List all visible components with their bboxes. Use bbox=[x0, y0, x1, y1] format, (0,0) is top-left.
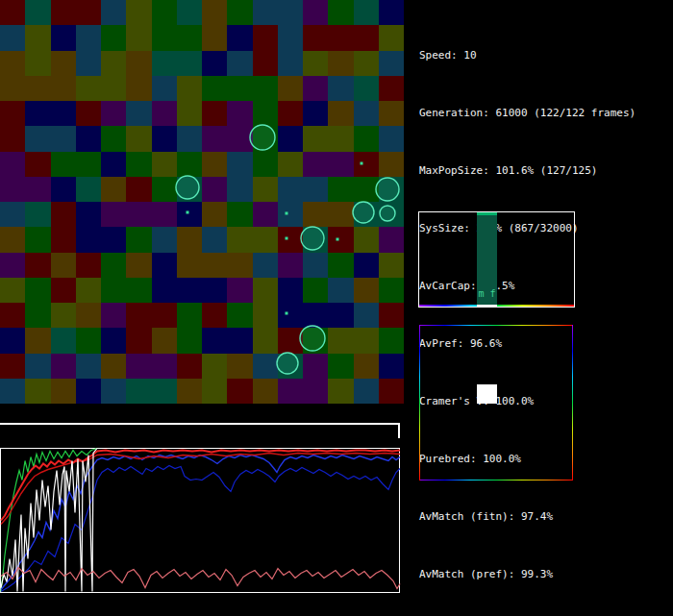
grid-cell bbox=[0, 0, 25, 25]
grid-cell bbox=[354, 51, 379, 76]
pref-space-right-edge bbox=[572, 325, 573, 480]
grid-cell bbox=[76, 152, 101, 177]
grid-cell bbox=[253, 303, 278, 328]
world-grid[interactable] bbox=[0, 0, 404, 404]
pref-space-top-edge bbox=[419, 325, 573, 326]
grid-cell bbox=[0, 152, 25, 177]
grid-cell bbox=[0, 126, 25, 151]
grid-cell bbox=[126, 379, 151, 404]
grid-cell bbox=[328, 126, 353, 151]
grid-cell bbox=[278, 379, 303, 404]
grid-cell bbox=[278, 328, 303, 353]
grid-cell bbox=[25, 51, 50, 76]
grid-cell bbox=[0, 51, 25, 76]
grid-cell bbox=[25, 152, 50, 177]
grid-cell bbox=[152, 51, 177, 76]
grid-cell bbox=[76, 0, 101, 25]
grid-cell bbox=[202, 328, 227, 353]
pref-space-left-edge bbox=[419, 325, 420, 480]
grid-cell bbox=[25, 379, 50, 404]
grid-cell bbox=[227, 202, 252, 227]
grid-cell bbox=[76, 177, 101, 202]
grid-cell bbox=[0, 354, 25, 379]
grid-cell bbox=[328, 253, 353, 278]
grid-cell bbox=[379, 126, 404, 151]
grid-cell bbox=[0, 379, 25, 404]
grid-cell bbox=[328, 152, 353, 177]
grid-cell bbox=[25, 278, 50, 303]
grid-cell bbox=[152, 0, 177, 25]
grid-cell bbox=[253, 0, 278, 25]
sex-histogram: m f bbox=[418, 211, 575, 308]
grid-cell bbox=[101, 202, 126, 227]
grid-cell bbox=[202, 303, 227, 328]
grid-cell bbox=[51, 25, 76, 50]
grid-cell bbox=[303, 278, 328, 303]
history-chart bbox=[0, 447, 402, 594]
grid-cell bbox=[25, 328, 50, 353]
grid-cell bbox=[303, 202, 328, 227]
grid-cell bbox=[152, 76, 177, 101]
grid-cell bbox=[101, 0, 126, 25]
grid-cell bbox=[379, 253, 404, 278]
timeline-track[interactable] bbox=[0, 423, 400, 425]
grid-cell bbox=[379, 303, 404, 328]
grid-cell bbox=[227, 25, 252, 50]
chart-series-green bbox=[1, 449, 400, 592]
grid-cell bbox=[126, 152, 151, 177]
grid-cell bbox=[101, 51, 126, 76]
grid-cell bbox=[328, 227, 353, 252]
grid-cell bbox=[0, 177, 25, 202]
grid-cell bbox=[25, 126, 50, 151]
grid-cell bbox=[303, 328, 328, 353]
grid-cell bbox=[328, 278, 353, 303]
sex-histogram-bar-label: m f bbox=[477, 288, 497, 299]
grid-cell bbox=[101, 101, 126, 126]
timeline-cursor[interactable] bbox=[398, 423, 400, 438]
stat-avmatch-pref: AvMatch (pref): 99.3% bbox=[419, 565, 636, 584]
grid-cell bbox=[101, 253, 126, 278]
grid-cell bbox=[379, 25, 404, 50]
grid-cell bbox=[152, 152, 177, 177]
grid-cell bbox=[25, 227, 50, 252]
grid-cell bbox=[152, 25, 177, 50]
preference-space bbox=[419, 325, 573, 480]
grid-cell bbox=[227, 177, 252, 202]
grid-cell bbox=[126, 354, 151, 379]
grid-cell bbox=[379, 328, 404, 353]
grid-cell bbox=[25, 177, 50, 202]
grid-cell bbox=[303, 0, 328, 25]
grid-cell bbox=[152, 379, 177, 404]
grid-cell bbox=[0, 253, 25, 278]
grid-cell bbox=[278, 253, 303, 278]
grid-cell bbox=[51, 51, 76, 76]
grid-cell bbox=[126, 76, 151, 101]
grid-cell bbox=[76, 101, 101, 126]
grid-cell bbox=[76, 379, 101, 404]
grid-cell bbox=[328, 51, 353, 76]
grid-cell bbox=[379, 76, 404, 101]
grid-cell bbox=[126, 303, 151, 328]
grid-cell bbox=[202, 25, 227, 50]
grid-cell bbox=[51, 253, 76, 278]
grid-cell bbox=[328, 76, 353, 101]
grid-cell bbox=[177, 227, 202, 252]
grid-cell bbox=[227, 126, 252, 151]
grid-cell bbox=[354, 328, 379, 353]
grid-cell bbox=[253, 354, 278, 379]
grid-cell bbox=[202, 51, 227, 76]
grid-cell bbox=[101, 303, 126, 328]
grid-cell bbox=[354, 354, 379, 379]
grid-cell bbox=[253, 126, 278, 151]
grid-cell bbox=[51, 379, 76, 404]
grid-cell bbox=[253, 253, 278, 278]
grid-cell bbox=[227, 278, 252, 303]
grid-cell bbox=[76, 278, 101, 303]
grid-cell bbox=[51, 152, 76, 177]
grid-cell bbox=[101, 328, 126, 353]
grid-cell bbox=[278, 354, 303, 379]
grid-cell bbox=[278, 126, 303, 151]
grid-cell bbox=[227, 0, 252, 25]
sex-histogram-bar-cap bbox=[477, 212, 497, 215]
grid-cell bbox=[379, 101, 404, 126]
